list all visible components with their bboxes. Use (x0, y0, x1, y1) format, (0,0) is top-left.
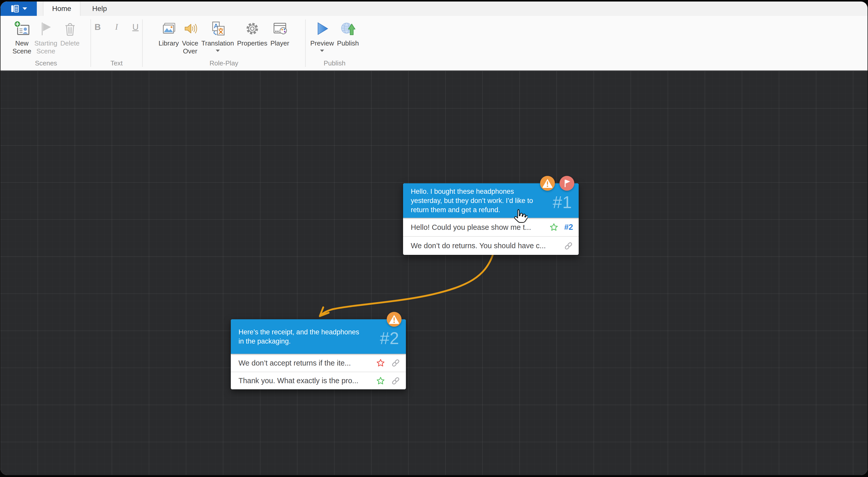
scene-1-phrase: Hello. I bought these headphones yesterd… (411, 187, 535, 214)
scene-2-number: #2 (380, 328, 399, 348)
group-label-publish: Publish (306, 59, 364, 70)
ribbon-group-publish: Preview Publish Publish (306, 16, 364, 70)
underline-button[interactable]: U (130, 22, 141, 59)
app-window: Home Help (1, 2, 867, 475)
italic-button[interactable]: I (112, 22, 122, 59)
group-label-text: Text (91, 59, 142, 70)
tab-home[interactable]: Home (43, 2, 81, 16)
new-scene-label: New (16, 39, 29, 47)
ribbon-group-scenes: New Scene Starting Scene (2, 16, 91, 70)
reply-row[interactable]: We don’t accept returns if the ite... (231, 354, 406, 372)
library-icon (160, 21, 177, 37)
tab-home-label: Home (52, 5, 71, 13)
delete-scene-label: Delete (60, 39, 80, 47)
warning-badge[interactable] (540, 176, 555, 191)
scene-1-number: #1 (553, 192, 572, 212)
properties-label: Properties (237, 39, 267, 47)
voice-over-label: Voice (182, 39, 198, 47)
starting-scene-button[interactable]: Starting Scene (33, 20, 59, 56)
player-button[interactable]: Player (269, 20, 291, 48)
warning-badge[interactable] (387, 312, 402, 327)
preview-caret-icon (320, 50, 324, 52)
publish-button[interactable]: Publish (336, 20, 361, 48)
publish-label: Publish (337, 39, 359, 47)
reply-target-label: #2 (564, 222, 573, 232)
scene-card-2[interactable]: Here’s the receipt, and the headphones i… (231, 319, 406, 389)
bold-button[interactable]: B (93, 22, 103, 59)
app-menu-icon (10, 4, 20, 13)
translation-button[interactable]: A Translation (200, 20, 236, 53)
library-label: Library (158, 39, 179, 47)
link-icon[interactable] (564, 241, 573, 250)
link-icon[interactable] (391, 376, 400, 386)
star-green-icon[interactable] (550, 223, 558, 232)
reply-text: We don’t accept returns if the ite... (239, 359, 376, 367)
preview-label: Preview (310, 39, 334, 47)
library-button[interactable]: Library (157, 20, 180, 48)
player-icon (272, 21, 288, 37)
new-scene-button[interactable]: New Scene (11, 20, 33, 56)
voice-over-button[interactable]: Voice Over (181, 20, 200, 56)
reply-text: We don’t do returns. You should have c..… (411, 242, 564, 250)
reply-row[interactable]: Hello! Could you please show me t... #2 (403, 218, 579, 236)
warning-triangle-icon (389, 314, 400, 324)
start-flag-badge[interactable] (559, 176, 574, 191)
scene-card-1[interactable]: Hello. I bought these headphones yesterd… (403, 183, 579, 255)
preview-button[interactable]: Preview (309, 20, 335, 53)
app-menu-caret-icon (23, 7, 27, 10)
properties-button[interactable]: Properties (236, 20, 269, 48)
tab-help-label: Help (92, 5, 107, 13)
screen: Home Help (0, 0, 868, 477)
translation-icon: A (210, 21, 226, 37)
group-label-roleplay: Role-Play (143, 59, 305, 70)
starting-scene-label: Starting (34, 39, 57, 47)
branch-arrow (1, 71, 867, 475)
dialogue-canvas[interactable]: Hello. I bought these headphones yesterd… (1, 71, 867, 475)
gear-icon (244, 21, 260, 37)
tab-help[interactable]: Help (84, 2, 116, 16)
app-menu-button[interactable] (1, 2, 37, 16)
publish-globe-icon (340, 21, 356, 37)
trash-icon (62, 21, 78, 37)
translation-caret-icon (216, 50, 220, 52)
ribbon-group-text: B I U Text (91, 16, 142, 70)
link-icon[interactable] (391, 358, 400, 367)
starting-scene-flag-icon (38, 21, 54, 37)
star-green-icon[interactable] (376, 377, 385, 385)
flag-icon (562, 179, 571, 188)
reply-text: Hello! Could you please show me t... (411, 223, 550, 232)
warning-triangle-icon (542, 178, 553, 188)
new-scene-icon (14, 21, 30, 37)
ribbon: New Scene Starting Scene (1, 16, 867, 70)
scene-2-header[interactable]: Here’s the receipt, and the headphones i… (231, 319, 406, 354)
translation-label: Translation (202, 39, 234, 47)
star-red-icon[interactable] (376, 359, 385, 367)
ribbon-group-roleplay: Library Voice Over A (143, 16, 305, 70)
group-label-scenes: Scenes (2, 59, 91, 70)
player-label: Player (271, 39, 289, 47)
voice-over-icon (182, 21, 198, 37)
tab-strip: Home Help (1, 2, 867, 16)
scene-1-header[interactable]: Hello. I bought these headphones yesterd… (403, 183, 579, 218)
reply-row[interactable]: Thank you. What exactly is the pro... (231, 372, 406, 389)
reply-text: Thank you. What exactly is the pro... (239, 377, 376, 385)
reply-row[interactable]: We don’t do returns. You should have c..… (403, 236, 579, 255)
delete-scene-button[interactable]: Delete (59, 20, 81, 48)
preview-play-icon (314, 21, 330, 37)
scene-2-phrase: Here’s the receipt, and the headphones i… (239, 327, 363, 346)
